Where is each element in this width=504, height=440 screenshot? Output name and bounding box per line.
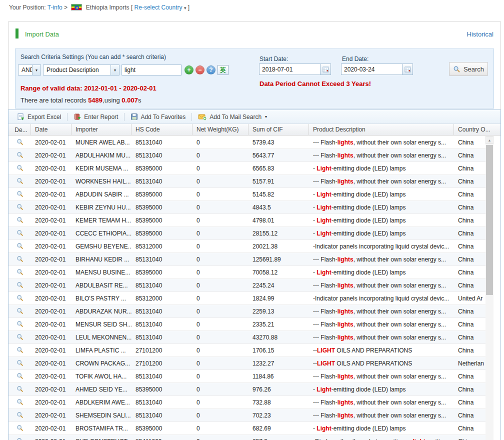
magnifier-detail-icon[interactable]	[16, 398, 24, 408]
table-row[interactable]: 2020-02-01ABDULHAKIM MU...8513104005643.…	[8, 149, 493, 162]
cell-importer: SUR CONSTRUCT...	[72, 435, 132, 440]
table-row[interactable]: 2020-02-01BILO'S PASTRY ...8531200001824…	[8, 292, 493, 305]
cell-hs-code: 85131040	[132, 396, 192, 408]
magnifier-detail-icon[interactable]	[16, 178, 24, 188]
page-title: Import Data	[25, 30, 59, 38]
add-criteria-button[interactable]: +	[184, 66, 194, 74]
magnifier-detail-icon[interactable]	[16, 216, 24, 226]
chevron-down-icon[interactable]: ▾	[110, 65, 119, 75]
magnifier-detail-icon[interactable]	[16, 190, 24, 200]
scroll-up-icon[interactable]: ▲	[486, 136, 494, 144]
table-row[interactable]: 2020-02-01KEBIR ZEYNU HU...8539500004843…	[8, 201, 493, 214]
scrollbar-thumb[interactable]	[486, 145, 493, 295]
magnifier-detail-icon[interactable]	[16, 282, 24, 292]
breadcrumb: Your Position: T-info > ★ Ethiopia Impor…	[0, 0, 504, 15]
magnifier-detail-icon[interactable]	[16, 346, 24, 356]
reselect-country-link[interactable]: Re-select Country	[134, 4, 182, 11]
table-row[interactable]: 2020-02-01KEDIR MUSEMA ...8539500006565.…	[8, 162, 493, 175]
magnifier-detail-icon[interactable]	[16, 152, 24, 162]
historical-link[interactable]: Historical	[467, 30, 494, 38]
search-field-select[interactable]: Product Description ▾	[43, 64, 120, 76]
table-row[interactable]: 2020-02-01GEMSHU BEYENE...85312000020021…	[8, 240, 493, 253]
remove-criteria-button[interactable]: −	[196, 66, 204, 74]
cell-description: -Indicator panels incorporating liquid c…	[309, 240, 454, 252]
magnifier-detail-icon[interactable]	[16, 334, 24, 344]
calendar-icon[interactable]	[402, 64, 413, 75]
magnifier-detail-icon[interactable]	[16, 138, 24, 148]
column-header-detail[interactable]: De...	[8, 124, 31, 135]
vertical-scrollbar[interactable]: ▲	[486, 136, 494, 440]
table-row[interactable]: 2020-02-01ABDUDIN SABIR ...8539500005145…	[8, 188, 493, 201]
magnifier-detail-icon[interactable]	[16, 164, 24, 174]
table-row[interactable]: 2020-02-01ABDLKERIM AWE...851310400732.8…	[8, 396, 493, 409]
cell-description: - Light-emitting diode (LED) lamps	[309, 266, 454, 278]
column-header-country[interactable]: Country O...	[454, 124, 500, 135]
magnifier-detail-icon[interactable]	[16, 386, 24, 396]
export-excel-button[interactable]: Export Excel	[12, 113, 66, 121]
table-row[interactable]: 2020-02-01BIRHANU KEDIR ...8513104001256…	[8, 253, 493, 266]
table-row[interactable]: 2020-02-01MAENSU BUSINE...85395000070058…	[8, 266, 493, 279]
magnifier-detail-icon[interactable]	[16, 308, 24, 318]
column-header-sum-cif[interactable]: Sum of CIF	[248, 124, 309, 135]
column-header-importer[interactable]: Importer	[72, 124, 132, 135]
detail-cell	[8, 305, 31, 318]
start-date-input[interactable]	[259, 64, 320, 75]
chevron-down-icon[interactable]: ▾	[265, 114, 267, 119]
enter-report-button[interactable]: Enter Report	[69, 113, 122, 121]
help-button[interactable]: ?	[206, 66, 216, 74]
calendar-icon[interactable]	[320, 64, 331, 75]
table-row[interactable]: 2020-02-01MENSUR SEID SH...8513104002335…	[8, 318, 493, 331]
table-body: 2020-02-01MUNER AWEL AB...8513104005739.…	[8, 136, 493, 440]
cell-sum-cif: 5145.82	[248, 188, 309, 200]
magnifier-detail-icon[interactable]	[16, 360, 24, 370]
cell-net-weight: 0	[192, 305, 248, 318]
magnifier-detail-icon[interactable]	[16, 204, 24, 214]
operator-select[interactable]: AND ▾	[18, 64, 41, 76]
cell-description: --- Flash-lights, without their own sola…	[309, 149, 454, 162]
end-date-input[interactable]	[341, 64, 402, 75]
keyword-input[interactable]	[122, 64, 182, 76]
cell-importer: KEBIR ZEYNU HU...	[72, 201, 132, 214]
column-header-hs-code[interactable]: HS Code	[132, 124, 192, 135]
cell-sum-cif: 1824.99	[248, 292, 309, 304]
column-header-description[interactable]: Product Description	[309, 124, 454, 135]
chevron-down-icon[interactable]: ▾	[184, 6, 186, 10]
chevron-down-icon[interactable]: ▾	[32, 65, 40, 75]
table-row[interactable]: 2020-02-01LIMFA PLASTIC ...2710120001706…	[8, 344, 493, 357]
column-header-date[interactable]: Date	[31, 124, 72, 135]
column-header-net-weight[interactable]: Net Weight(KG)	[192, 124, 248, 135]
add-to-favorites-button[interactable]: Add To Favorites	[126, 113, 190, 120]
magnifier-detail-icon[interactable]	[16, 268, 24, 278]
table-row[interactable]: 2020-02-01AHMED SEID YE...853950000976.2…	[8, 383, 493, 396]
table-row[interactable]: 2020-02-01BROSTAMIFA TR...853950000682.6…	[8, 422, 493, 435]
language-toggle-button[interactable]: 英	[218, 65, 228, 75]
tinfo-link[interactable]: T-info	[48, 4, 62, 11]
magnifier-detail-icon[interactable]	[16, 256, 24, 266]
search-button[interactable]: Search	[449, 62, 488, 76]
table-row[interactable]: 2020-02-01MUNER AWEL AB...8513104005739.…	[8, 136, 493, 149]
cell-net-weight: 0	[192, 422, 248, 434]
table-row[interactable]: 2020-02-01KEMER TEMAM H...8539500004798.…	[8, 214, 493, 227]
magnifier-detail-icon[interactable]	[16, 412, 24, 422]
magnifier-detail-icon[interactable]	[16, 438, 24, 440]
magnifier-detail-icon[interactable]	[16, 320, 24, 330]
add-to-mail-search-button[interactable]: Add To Mail Search ▾	[194, 113, 272, 121]
table-row[interactable]: 2020-02-01SUR CONSTRUCT...854110000657.3…	[8, 435, 493, 440]
table-row[interactable]: 2020-02-01ABDULBASIT RE...8513104002245.…	[8, 279, 493, 292]
cell-description: - Light-emitting diode (LED) lamps	[309, 383, 454, 396]
cell-description: - Light-emitting diode (LED) lamps	[309, 227, 454, 240]
magnifier-detail-icon[interactable]	[16, 294, 24, 304]
table-row[interactable]: 2020-02-01ABDURAZAK NUR...8513104002259.…	[8, 305, 493, 318]
magnifier-detail-icon[interactable]	[16, 424, 24, 434]
table-row[interactable]: 2020-02-01TOFIK AWOL HA...8513104001184.…	[8, 370, 493, 383]
magnifier-detail-icon[interactable]	[16, 242, 24, 252]
table-row[interactable]: 2020-02-01WORKNESH HAIL...8513104005157.…	[8, 175, 493, 188]
magnifier-detail-icon[interactable]	[16, 372, 24, 382]
table-row[interactable]: 2020-02-01LEUL MEKONNEN...85131040043270…	[8, 331, 493, 344]
cell-hs-code: 85395000	[132, 201, 192, 214]
table-row[interactable]: 2020-02-01SHEMSEDIN SALI...851310400702.…	[8, 409, 493, 422]
cell-sum-cif: 5643.77	[248, 149, 309, 162]
table-row[interactable]: 2020-02-01CCECC ETHIOPIA...8539500002815…	[8, 227, 493, 240]
table-row[interactable]: 2020-02-01CROWN PACKAG...2710120001232.2…	[8, 357, 493, 370]
magnifier-detail-icon[interactable]	[16, 230, 24, 240]
